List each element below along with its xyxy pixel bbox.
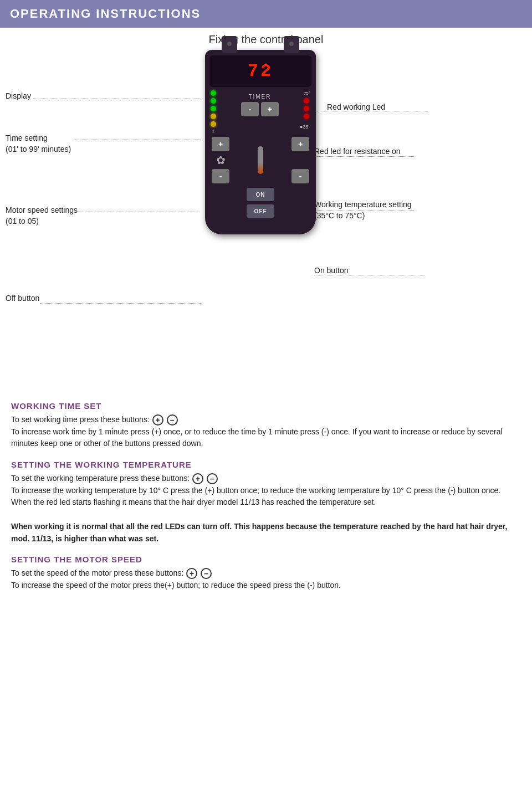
spacer [291, 153, 307, 167]
label-on-button: On button [314, 266, 349, 275]
timer-plus-btn[interactable]: + [261, 102, 279, 116]
label-resistance: Red led for resistance on [314, 147, 401, 156]
on-button[interactable]: ON [247, 188, 274, 201]
plus-icon-time: + [152, 414, 163, 426]
led-yellow-2 [211, 121, 216, 127]
section-title-temp: SETTING THE WORKING TEMPERATURE [11, 460, 521, 469]
leader-temp [314, 211, 414, 211]
leader-display [33, 99, 202, 99]
page-title: OPERATING INSTRUCTIONS [10, 7, 522, 21]
content-section: WORKING TIME SET To set working time pre… [0, 382, 532, 597]
led-green-2 [211, 98, 216, 104]
diagram-title: Fixing the control panel [0, 33, 532, 46]
diagram-section: Fixing the control panel Display Time se… [0, 28, 532, 382]
label-red-led: Red working Led [327, 103, 526, 111]
section-title-motor: SETTING THE MOTOR SPEED [11, 555, 521, 564]
header-bar: OPERATING INSTRUCTIONS [0, 0, 532, 28]
temp-plus-btn[interactable]: + [291, 137, 309, 151]
motor-minus-btn[interactable]: - [212, 169, 229, 183]
timer-label: TIMER [241, 94, 279, 100]
control-panel: 72 TIMER - + 75° [205, 50, 316, 234]
section-body-motor: To set the speed of the motor press thes… [11, 567, 521, 591]
label-off-button: Off button [6, 294, 39, 303]
plus-icon-motor: + [186, 568, 197, 579]
display-number: 72 [213, 59, 308, 84]
leader-on [314, 275, 425, 275]
thermometer [258, 146, 263, 174]
led-yellow-1 [211, 114, 216, 119]
leader-off [40, 303, 201, 304]
timer-minus-btn[interactable]: - [241, 102, 259, 116]
section-body-temp: To set the working temperature press the… [11, 473, 521, 545]
led-green-3 [211, 106, 216, 111]
leader-motor [75, 212, 200, 212]
mount-tab-left [222, 36, 237, 53]
label-time: Time setting (01' to 99' minutes) [6, 133, 71, 155]
motor-left-controls: + ✿ - [212, 137, 229, 183]
section-body-time: To set working time press these buttons:… [11, 414, 521, 450]
minus-icon-temp: – [207, 473, 218, 484]
panel-body: 72 TIMER - + 75° [205, 50, 316, 234]
section-title-time: WORKING TIME SET [11, 401, 521, 411]
led-red-1 [304, 98, 309, 104]
label-display: Display [6, 91, 31, 100]
led-green-1 [211, 90, 216, 96]
leader-time [75, 140, 202, 140]
leader-red-led [317, 111, 428, 111]
minus-icon-time: – [167, 414, 178, 426]
led-red-3 [304, 114, 309, 119]
temp-controls: + - [291, 137, 309, 183]
motor-plus-btn[interactable]: + [212, 137, 229, 151]
minus-icon-motor: – [201, 568, 212, 579]
mount-tab-right [284, 36, 299, 53]
on-off-area: ON OFF [209, 188, 311, 218]
label-motor: Motor speed settings (01 to 05) [6, 205, 78, 227]
display-area: 72 [209, 55, 311, 87]
led-red-2 [304, 106, 309, 111]
temp-minus-btn[interactable]: - [291, 169, 309, 183]
leader-resistance [314, 156, 414, 157]
motor-area: + ✿ - + - [209, 137, 311, 183]
off-button[interactable]: OFF [247, 204, 274, 218]
plus-icon-temp: + [192, 473, 203, 484]
